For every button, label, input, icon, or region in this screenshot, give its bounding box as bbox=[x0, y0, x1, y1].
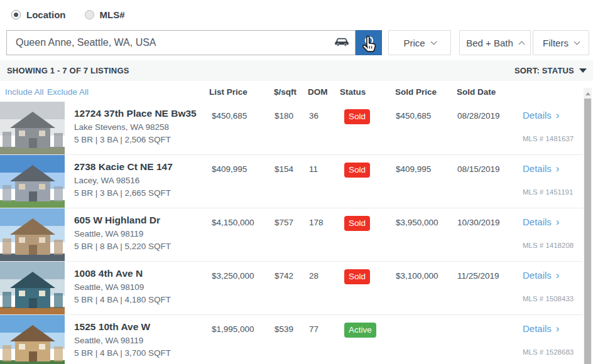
search-icon bbox=[362, 35, 376, 51]
scroll-up-arrow-icon[interactable] bbox=[584, 90, 592, 97]
bed-bath-dropdown-button[interactable]: Bed + Bath bbox=[459, 30, 531, 55]
results-header-bar: SHOWING 1 - 7 OF 7 LISTINGS SORT: STATUS bbox=[0, 60, 593, 81]
dom-cell: 36 bbox=[309, 111, 318, 120]
details-link-label: Details bbox=[523, 217, 552, 227]
radio-selected-icon[interactable] bbox=[11, 10, 21, 19]
column-header-status: Status bbox=[340, 87, 366, 97]
listing-specs: 5 BR | 3 BA | 2,506 SQFT bbox=[74, 135, 171, 144]
details-link-label: Details bbox=[523, 323, 552, 334]
column-header-dom: DOM bbox=[308, 87, 328, 97]
vertical-scrollbar[interactable] bbox=[584, 88, 592, 364]
search-submit-button[interactable] bbox=[356, 30, 382, 55]
listing-thumbnail[interactable] bbox=[0, 315, 65, 364]
listing-specs: 5 BR | 8 BA | 5,220 SQFT bbox=[74, 242, 171, 251]
chevron-right-icon: › bbox=[556, 271, 560, 279]
scrollbar-thumb[interactable] bbox=[584, 99, 591, 364]
dom-cell: 77 bbox=[309, 324, 318, 334]
car-icon bbox=[334, 36, 349, 49]
chevron-down-icon bbox=[574, 39, 580, 45]
listing-thumbnail[interactable] bbox=[0, 102, 65, 154]
price-per-sqft-cell: $539 bbox=[275, 324, 293, 334]
listing-row: 2738 Kacie Ct NE 147 Lacey, WA 98516 5 B… bbox=[0, 155, 583, 208]
sold-date-cell: 11/25/2019 bbox=[457, 271, 499, 281]
chevron-right-icon: › bbox=[556, 164, 560, 173]
details-link-label: Details bbox=[523, 270, 552, 281]
status-badge: Sold bbox=[344, 269, 370, 284]
column-header-sold-price: Sold Price bbox=[395, 87, 437, 97]
chevron-right-icon: › bbox=[556, 218, 560, 226]
mls-number: MLS # 1481637 bbox=[523, 135, 574, 142]
status-badge: Sold bbox=[344, 109, 370, 124]
column-header-list-price: List Price bbox=[209, 87, 248, 97]
listing-row: 605 W Highland Dr Seattle, WA 98119 5 BR… bbox=[0, 208, 583, 262]
include-all-link[interactable]: Include All bbox=[5, 87, 44, 97]
chevron-right-icon: › bbox=[556, 111, 560, 119]
sort-control[interactable]: SORT: STATUS bbox=[514, 66, 587, 75]
column-header-sold-date: Sold Date bbox=[457, 87, 496, 97]
dom-cell: 11 bbox=[309, 164, 318, 174]
list-price-cell: $409,995 bbox=[212, 164, 247, 174]
listing-row: 1008 4th Ave N Seattle, WA 98109 5 BR | … bbox=[0, 262, 583, 315]
status-badge: Sold bbox=[344, 216, 370, 231]
details-link[interactable]: Details › bbox=[523, 323, 560, 334]
status-badge: Active bbox=[344, 323, 376, 338]
radio-mls[interactable]: MLS# bbox=[85, 9, 125, 20]
listing-thumbnail[interactable] bbox=[0, 155, 65, 208]
listing-address: 1525 10th Ave W bbox=[74, 321, 150, 333]
list-price-cell: $450,685 bbox=[212, 111, 247, 120]
list-price-cell: $3,250,000 bbox=[212, 271, 254, 281]
sold-price-cell: $450,685 bbox=[396, 111, 431, 120]
mls-number: MLS # 1451191 bbox=[523, 188, 573, 196]
drive-time-button[interactable] bbox=[329, 31, 355, 55]
list-price-cell: $4,150,000 bbox=[212, 218, 254, 227]
mls-number: MLS # 1528683 bbox=[523, 348, 574, 356]
price-dropdown-button[interactable]: Price bbox=[388, 30, 451, 55]
chevron-down-icon bbox=[430, 39, 437, 45]
listing-specs: 5 BR | 4 BA | 3,700 SQFT bbox=[74, 348, 171, 358]
mls-number: MLS # 1508433 bbox=[523, 295, 574, 302]
listing-thumbnail[interactable] bbox=[0, 262, 65, 314]
sold-price-cell: $3,950,000 bbox=[396, 218, 438, 227]
sold-price-cell: $409,995 bbox=[396, 164, 431, 174]
listing-address: 12724 37th Place NE Bw35 bbox=[74, 108, 197, 119]
details-link[interactable]: Details › bbox=[523, 110, 560, 120]
listing-address: 1008 4th Ave N bbox=[74, 268, 143, 279]
chevron-up-icon bbox=[518, 41, 525, 47]
listing-row: 1525 10th Ave W Seattle, WA 98119 5 BR |… bbox=[0, 315, 583, 364]
listing-row: 12724 37th Place NE Bw35 Lake Stevens, W… bbox=[0, 102, 583, 155]
exclude-all-link[interactable]: Exclude All bbox=[47, 87, 89, 97]
filters-dropdown-label: Filters bbox=[543, 38, 569, 48]
filters-dropdown-button[interactable]: Filters bbox=[533, 30, 589, 55]
listings-list: 12724 37th Place NE Bw35 Lake Stevens, W… bbox=[0, 102, 583, 364]
listing-city-state-zip: Seattle, WA 98119 bbox=[74, 336, 143, 345]
details-link[interactable]: Details › bbox=[523, 163, 560, 174]
listing-city-state-zip: Seattle, WA 98109 bbox=[74, 282, 144, 292]
details-link[interactable]: Details › bbox=[523, 270, 560, 281]
radio-unselected-icon[interactable] bbox=[85, 10, 94, 19]
bed-bath-dropdown-label: Bed + Bath bbox=[466, 38, 513, 48]
dom-cell: 28 bbox=[309, 271, 318, 281]
dom-cell: 178 bbox=[309, 218, 324, 227]
showing-count-text: SHOWING 1 - 7 OF 7 LISTINGS bbox=[7, 66, 129, 75]
details-link-label: Details bbox=[523, 110, 552, 120]
details-link[interactable]: Details › bbox=[523, 217, 560, 227]
radio-location[interactable]: Location bbox=[11, 9, 66, 20]
mls-number: MLS # 1418208 bbox=[523, 242, 574, 249]
radio-mls-label: MLS# bbox=[100, 9, 125, 20]
status-badge: Sold bbox=[344, 163, 370, 178]
sort-label: SORT: STATUS bbox=[514, 66, 574, 75]
search-input[interactable] bbox=[7, 37, 329, 48]
table-header-row: Include All Exclude All List Price $/sqf… bbox=[0, 81, 593, 102]
column-header-price-per-sqft: $/sqft bbox=[274, 87, 296, 97]
listing-city-state-zip: Lake Stevens, WA 98258 bbox=[74, 122, 169, 132]
price-dropdown-label: Price bbox=[403, 38, 425, 48]
sold-date-cell: 08/28/2019 bbox=[457, 111, 500, 120]
price-per-sqft-cell: $742 bbox=[275, 271, 293, 281]
location-search-box bbox=[6, 30, 356, 55]
caret-down-icon bbox=[579, 68, 587, 73]
price-per-sqft-cell: $757 bbox=[275, 218, 293, 227]
listing-address: 2738 Kacie Ct NE 147 bbox=[74, 161, 173, 173]
listing-thumbnail[interactable] bbox=[0, 208, 65, 261]
listing-city-state-zip: Seattle, WA 98119 bbox=[74, 229, 143, 238]
listing-specs: 5 BR | 4 BA | 4,180 SQFT bbox=[74, 295, 171, 304]
